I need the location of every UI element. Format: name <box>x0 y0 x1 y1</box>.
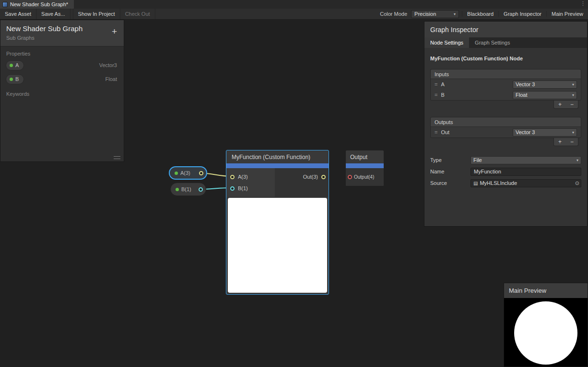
property-node-a[interactable]: A(3) <box>169 166 207 180</box>
node-title: MyFunction (Custom Function) <box>226 150 329 163</box>
property-dot-icon <box>10 78 13 81</box>
add-property-button[interactable]: + <box>112 27 117 36</box>
main-preview-viewport[interactable] <box>504 298 588 367</box>
outputs-header: Outputs <box>431 117 581 127</box>
input-type-dropdown[interactable]: Vector 3 ▾ <box>513 80 577 89</box>
blackboard-resize-handle[interactable] <box>114 156 120 159</box>
property-pill-b[interactable]: B <box>6 74 24 84</box>
main-preview-title: Main Preview <box>504 283 588 298</box>
save-asset-button[interactable]: Save Asset <box>0 9 36 19</box>
main-preview-toggle-button[interactable]: Main Preview <box>546 11 588 17</box>
color-mode-dropdown[interactable]: Precision ▾ <box>411 10 459 18</box>
input-port-label: A(3) <box>238 174 248 180</box>
input-port-row: A(3) <box>226 171 275 183</box>
name-label: Name <box>430 169 470 174</box>
input-type-value: Float <box>516 92 527 98</box>
function-name-input[interactable]: MyFunction <box>470 168 581 176</box>
node-ports: A(3) B(1) Out(3) <box>226 168 329 197</box>
chevron-down-icon: ▾ <box>454 12 456 16</box>
output-type-dropdown[interactable]: Vector 3 ▾ <box>513 128 577 137</box>
spacer <box>430 146 581 154</box>
graph-inspector-toggle-button[interactable]: Graph Inspector <box>498 11 546 17</box>
output-port[interactable] <box>321 175 326 179</box>
script-file-icon: ▤ <box>473 181 478 186</box>
property-node-label: B(1) <box>181 186 191 192</box>
input-type-value: Vector 3 <box>516 81 535 87</box>
custom-function-node[interactable]: MyFunction (Custom Function) A(3) B(1) O… <box>226 150 329 295</box>
input-port-row: B(1) <box>226 183 275 194</box>
tab-title: New Shader Sub Graph* <box>10 1 68 7</box>
input-name: A <box>441 81 444 87</box>
add-input-button[interactable]: + <box>554 101 566 108</box>
graph-toolbar: Save Asset Save As... Show In Project Ch… <box>0 9 588 20</box>
tab-new-shader-sub-graph[interactable]: New Shader Sub Graph* <box>0 0 74 9</box>
main-preview-panel: Main Preview <box>504 283 588 367</box>
window-tab-bar: New Shader Sub Graph* ⋮ <box>0 0 588 9</box>
input-port[interactable] <box>230 186 235 191</box>
property-name: A <box>15 62 19 68</box>
property-type: Float <box>106 76 117 82</box>
input-port[interactable] <box>230 175 235 179</box>
blackboard-panel: New Shader Sub Graph Sub Graphs + Proper… <box>0 20 124 162</box>
output-port-label: Out(3) <box>303 174 318 180</box>
remove-input-button[interactable]: − <box>566 101 578 108</box>
chevron-down-icon: ▾ <box>576 158 578 162</box>
input-type-dropdown[interactable]: Float ▾ <box>513 91 577 99</box>
output-row-out: = Out Vector 3 ▾ <box>431 127 581 138</box>
property-dot-icon <box>176 188 179 191</box>
blackboard-title: New Shader Sub Graph <box>6 24 118 33</box>
show-in-project-button[interactable]: Show In Project <box>73 9 120 19</box>
property-dot-icon <box>10 64 13 67</box>
remove-output-button[interactable]: − <box>566 138 578 146</box>
window-menu-icon[interactable]: ⋮ <box>580 0 585 7</box>
type-label: Type <box>430 157 470 163</box>
spacer <box>430 109 581 117</box>
property-row-a[interactable]: A Vector3 <box>0 59 124 71</box>
blackboard-toggle-button[interactable]: Blackboard <box>462 11 498 17</box>
inspected-node-title: MyFunction (Custom Function) Node <box>430 56 581 61</box>
output-node[interactable]: Output Output(4) <box>345 150 384 186</box>
toolbar-right-group: Color Mode Precision ▾ Blackboard Graph … <box>376 9 588 19</box>
output-port-row: Out(3) <box>275 171 329 183</box>
chevron-down-icon: ▾ <box>572 82 574 87</box>
output-port[interactable] <box>199 171 203 175</box>
node-accent-bar <box>226 163 329 168</box>
graph-inspector-title: Graph Inspector <box>424 22 587 37</box>
tab-node-settings[interactable]: Node Settings <box>424 37 469 48</box>
source-label: Source <box>430 180 470 186</box>
blackboard-header: New Shader Sub Graph Sub Graphs + <box>0 20 124 46</box>
property-node-b[interactable]: B(1) <box>170 183 206 196</box>
preview-sphere <box>514 301 577 365</box>
name-field-row: Name MyFunction <box>430 166 581 177</box>
properties-section-label: Properties <box>0 46 124 59</box>
inputs-header: Inputs <box>431 69 581 79</box>
input-port-label: Output(4) <box>354 174 374 180</box>
output-port[interactable] <box>199 187 203 192</box>
chevron-down-icon: ▾ <box>572 130 574 135</box>
type-dropdown[interactable]: File ▾ <box>470 156 581 164</box>
tab-graph-settings[interactable]: Graph Settings <box>469 37 516 48</box>
input-port[interactable] <box>348 175 352 179</box>
input-name: B <box>441 92 444 98</box>
input-ports-column: A(3) B(1) <box>226 168 275 197</box>
property-row-b[interactable]: B Float <box>0 73 124 85</box>
drag-handle-icon[interactable]: = <box>435 129 437 135</box>
drag-handle-icon[interactable]: = <box>435 92 437 98</box>
check-out-button[interactable]: Check Out <box>120 9 155 19</box>
type-field-row: Type File ▾ <box>430 154 581 166</box>
output-ports-column: Out(3) <box>275 168 329 197</box>
source-object-field[interactable]: ▤ MyHLSLInclude ⊙ <box>470 179 581 187</box>
add-output-button[interactable]: + <box>554 138 566 146</box>
output-name: Out <box>441 129 449 135</box>
outputs-box: Outputs = Out Vector 3 ▾ <box>430 117 581 138</box>
chevron-down-icon: ▾ <box>572 93 574 97</box>
object-picker-icon[interactable]: ⊙ <box>575 180 579 186</box>
node-preview-area <box>228 198 327 293</box>
drag-handle-icon[interactable]: = <box>435 81 437 87</box>
input-port-label: B(1) <box>238 185 248 191</box>
output-type-value: Vector 3 <box>516 129 535 135</box>
save-as-button[interactable]: Save As... <box>36 9 71 19</box>
inputs-box: Inputs = A Vector 3 ▾ = B Float ▾ <box>430 69 581 101</box>
input-row-a: = A Vector 3 ▾ <box>431 79 581 90</box>
property-pill-a[interactable]: A <box>6 60 24 70</box>
